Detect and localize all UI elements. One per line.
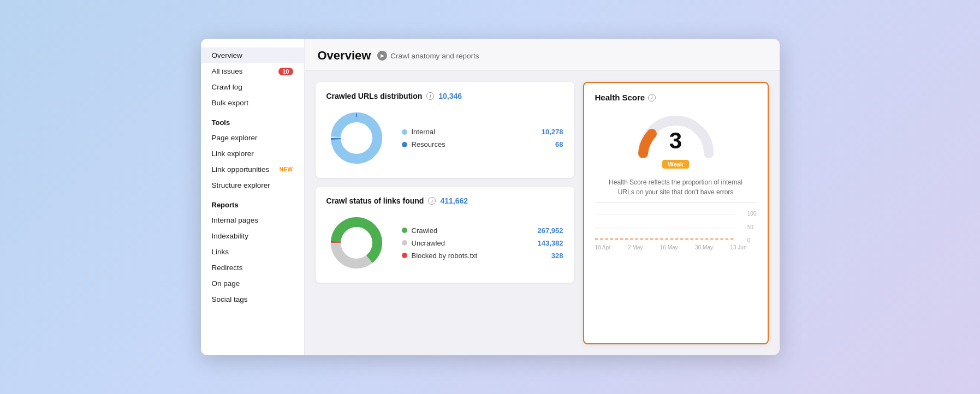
crawled-urls-total: 10,346 xyxy=(438,92,462,100)
chart-x-16may: 16 May xyxy=(660,244,678,250)
health-score-value: 3 xyxy=(669,129,682,152)
internal-dot xyxy=(402,129,407,135)
sidebar-item-bulk-export[interactable]: Bulk export xyxy=(201,95,304,111)
breadcrumb-text: Crawl anatomy and reports xyxy=(390,52,479,60)
legend-item-crawled: Crawled 267,952 xyxy=(402,224,563,237)
uncrawled-dot xyxy=(402,240,407,246)
crawled-value: 267,952 xyxy=(538,226,563,235)
sidebar-item-page-explorer[interactable]: Page explorer xyxy=(201,130,304,146)
left-panels: Crawled URLs distribution i 10,346 xyxy=(316,82,574,344)
new-badge: NEW xyxy=(280,166,293,172)
health-score-badge: Weak xyxy=(662,160,689,169)
crawled-urls-donut xyxy=(326,108,387,168)
crawl-status-panel: Crawl status of links found i 411,662 xyxy=(316,187,574,283)
health-gauge-area: 3 Weak xyxy=(595,106,757,173)
crawled-urls-legend: Internal 10,278 Resources 68 xyxy=(402,126,563,151)
svg-point-9 xyxy=(341,228,372,258)
legend-item-blocked: Blocked by robots.txt 328 xyxy=(402,249,563,262)
page-title: Overview xyxy=(318,49,371,63)
internal-value: 10,278 xyxy=(542,128,563,136)
sidebar-item-links[interactable]: Links xyxy=(201,244,304,260)
legend-item-resources: Resources 68 xyxy=(402,138,563,151)
crawl-status-info-icon[interactable]: i xyxy=(428,197,436,205)
mini-chart-svg xyxy=(595,211,745,243)
chart-x-13jun: 13 Jun xyxy=(730,244,746,250)
health-gauge: 3 xyxy=(632,109,720,158)
blocked-dot xyxy=(402,253,407,258)
sidebar-item-redirects[interactable]: Redirects xyxy=(201,260,304,276)
uncrawled-value: 143,382 xyxy=(538,239,563,247)
legend-item-internal: Internal 10,278 xyxy=(402,126,563,138)
reports-section-title: Reports xyxy=(201,193,304,212)
health-score-title: Health Score i xyxy=(595,93,757,102)
content-area: Crawled URLs distribution i 10,346 xyxy=(305,71,780,355)
crawl-status-chart-row: Crawled 267,952 Uncrawled 143,382 xyxy=(326,213,563,273)
svg-point-3 xyxy=(341,123,372,153)
resources-dot xyxy=(402,142,407,147)
sidebar-item-all-issues[interactable]: All issues 10 xyxy=(201,63,304,79)
main-content: Overview ▶ Crawl anatomy and reports Cra… xyxy=(305,39,780,355)
crawled-urls-panel: Crawled URLs distribution i 10,346 xyxy=(316,82,574,178)
health-mini-chart: 100 50 0 18 Apr 2 May 16 May 30 May 13 J… xyxy=(595,208,757,250)
crawled-urls-info-icon[interactable]: i xyxy=(426,92,434,100)
chart-x-2may: 2 May xyxy=(628,244,643,250)
legend-item-uncrawled: Uncrawled 143,382 xyxy=(402,237,563,249)
sidebar-item-indexability[interactable]: Indexability xyxy=(201,228,304,244)
all-issues-badge: 10 xyxy=(278,68,293,75)
sidebar-item-link-explorer[interactable]: Link explorer xyxy=(201,146,304,162)
sidebar-item-social-tags[interactable]: Social tags xyxy=(201,291,304,307)
header: Overview ▶ Crawl anatomy and reports xyxy=(305,39,780,71)
crawled-urls-chart-row: Internal 10,278 Resources 68 xyxy=(326,108,563,168)
crawled-dot xyxy=(402,228,407,233)
chart-x-18apr: 18 Apr xyxy=(595,244,611,250)
breadcrumb: ▶ Crawl anatomy and reports xyxy=(377,51,479,61)
crawl-status-donut xyxy=(326,213,387,273)
blocked-value: 328 xyxy=(551,252,563,260)
chart-y-50: 50 xyxy=(747,224,757,230)
crawl-status-title: Crawl status of links found i 411,662 xyxy=(326,196,563,205)
chart-x-labels: 18 Apr 2 May 16 May 30 May 13 Jun xyxy=(595,244,757,250)
resources-value: 68 xyxy=(555,140,563,148)
sidebar-item-link-opportunities[interactable]: Link opportunities NEW xyxy=(201,162,304,177)
crawl-status-legend: Crawled 267,952 Uncrawled 143,382 xyxy=(402,224,563,262)
chart-y-0: 0 xyxy=(747,237,757,243)
chart-x-30may: 30 May xyxy=(695,244,713,250)
crawled-urls-title: Crawled URLs distribution i 10,346 xyxy=(326,92,563,100)
tools-section-title: Tools xyxy=(201,111,304,130)
app-window: Overview All issues 10 Crawl log Bulk ex… xyxy=(201,39,780,355)
health-score-panel: Health Score i 3 Weak Hea xyxy=(583,82,769,344)
health-score-description: Health Score reflects the proportion of … xyxy=(595,177,757,197)
sidebar-item-internal-pages[interactable]: Internal pages xyxy=(201,212,304,228)
sidebar-item-on-page[interactable]: On page xyxy=(201,276,304,291)
sidebar-item-overview[interactable]: Overview xyxy=(201,47,304,63)
sidebar-item-crawl-log[interactable]: Crawl log xyxy=(201,79,304,95)
breadcrumb-play-icon: ▶ xyxy=(377,51,387,61)
sidebar: Overview All issues 10 Crawl log Bulk ex… xyxy=(201,39,305,355)
chart-y-100: 100 xyxy=(747,211,757,217)
crawl-status-total: 411,662 xyxy=(440,196,468,205)
health-score-info-icon[interactable]: i xyxy=(648,94,656,102)
sidebar-item-structure-explorer[interactable]: Structure explorer xyxy=(201,177,304,193)
health-divider xyxy=(595,202,757,203)
